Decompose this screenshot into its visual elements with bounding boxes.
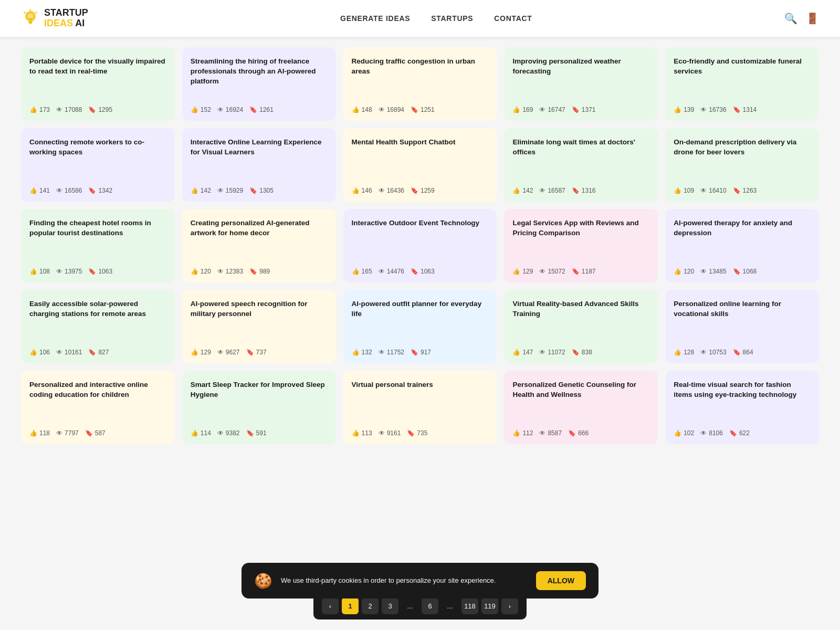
views-count: 16924 — [226, 106, 243, 113]
saves-stat: 🔖 1259 — [411, 187, 435, 194]
card-stats: 👍 139 👁 16736 🔖 1314 — [674, 106, 811, 113]
idea-card[interactable]: Eliminate long wait times at doctors' of… — [504, 128, 658, 202]
eye-icon: 👁 — [700, 106, 707, 113]
page-btn-‹[interactable]: ‹ — [322, 597, 339, 614]
card-title: Legal Services App with Reviews and Pric… — [512, 218, 649, 261]
views-stat: 👁 16410 — [700, 187, 726, 194]
idea-card[interactable]: Personalized online learning for vocatio… — [665, 290, 819, 363]
likes-stat: 👍 146 — [352, 187, 372, 194]
likes-stat: 👍 141 — [29, 187, 50, 194]
card-stats: 👍 165 👁 14476 🔖 1063 — [352, 268, 489, 275]
page-btn-3[interactable]: 3 — [382, 597, 398, 614]
saves-count: 591 — [256, 429, 267, 437]
card-stats: 👍 120 👁 13485 🔖 1068 — [674, 268, 811, 275]
thumbs-up-icon: 👍 — [29, 187, 37, 194]
eye-icon: 👁 — [217, 349, 224, 356]
card-stats: 👍 148 👁 16894 🔖 1251 — [352, 106, 489, 113]
idea-card[interactable]: Smart Sleep Tracker for Improved Sleep H… — [182, 371, 336, 444]
card-title: Interactive Online Learning Experience f… — [191, 138, 328, 181]
eye-icon: 👁 — [379, 349, 385, 356]
svg-point-6 — [28, 14, 33, 19]
idea-card[interactable]: Interactive Online Learning Experience f… — [182, 128, 336, 202]
eye-icon: 👁 — [379, 106, 385, 113]
views-stat: 👁 16586 — [56, 187, 82, 194]
saves-count: 1187 — [582, 268, 596, 275]
idea-card[interactable]: Reducing traffic congestion in urban are… — [343, 47, 497, 121]
views-count: 9627 — [226, 349, 240, 356]
cookie-icon: 🍪 — [254, 572, 272, 590]
idea-card[interactable]: Mental Health Support Chatbot 👍 146 👁 16… — [343, 128, 497, 202]
likes-stat: 👍 113 — [352, 429, 372, 437]
cookie-allow-button[interactable]: ALLOW — [536, 571, 586, 590]
likes-stat: 👍 109 — [674, 187, 694, 194]
idea-card[interactable]: Personalized and interactive online codi… — [21, 371, 175, 444]
card-title: Virtual personal trainers — [352, 380, 489, 423]
card-stats: 👍 102 👁 8106 🔖 622 — [674, 429, 811, 437]
saves-count: 1259 — [421, 187, 435, 194]
saves-count: 1251 — [421, 106, 435, 113]
idea-card[interactable]: Personalized Genetic Counseling for Heal… — [504, 371, 658, 444]
main-nav: GENERATE IDEAS STARTUPS CONTACT — [340, 14, 532, 23]
saves-stat: 🔖 737 — [246, 349, 267, 356]
eye-icon: 👁 — [217, 187, 224, 194]
likes-stat: 👍 169 — [512, 106, 533, 113]
saves-stat: 🔖 1261 — [249, 106, 274, 113]
idea-card[interactable]: Easily accessible solar-powered charging… — [21, 290, 175, 363]
idea-card[interactable]: Interactive Outdoor Event Technology 👍 1… — [343, 209, 497, 282]
likes-count: 152 — [201, 106, 211, 113]
idea-card[interactable]: Streamlining the hiring of freelance pro… — [182, 47, 336, 121]
idea-card[interactable]: Virtual Reality-based Advanced Skills Tr… — [504, 290, 658, 363]
card-stats: 👍 112 👁 8587 🔖 666 — [512, 429, 649, 437]
idea-card[interactable]: AI-powered therapy for anxiety and depre… — [665, 209, 819, 282]
bookmark-icon: 🔖 — [411, 187, 418, 194]
card-title: Creating personalized AI-generated artwo… — [191, 218, 328, 261]
page-btn-118[interactable]: 118 — [461, 597, 478, 614]
nav-generate[interactable]: GENERATE IDEAS — [340, 14, 410, 23]
idea-card[interactable]: Legal Services App with Reviews and Pric… — [504, 209, 658, 282]
thumbs-up-icon: 👍 — [191, 187, 198, 194]
thumbs-up-icon: 👍 — [191, 268, 198, 275]
views-count: 16587 — [548, 187, 565, 194]
likes-stat: 👍 132 — [352, 349, 372, 356]
views-stat: 👁 16436 — [379, 187, 404, 194]
logo[interactable]: STARTUP IDEAS AI — [21, 8, 88, 29]
card-title: Real-time visual search for fashion item… — [674, 380, 811, 423]
idea-card[interactable]: Finding the cheapest hotel rooms in popu… — [21, 209, 175, 282]
idea-card[interactable]: Connecting remote workers to co-working … — [21, 128, 175, 202]
bookmark-icon: 🔖 — [249, 268, 257, 275]
views-count: 7797 — [65, 429, 79, 437]
idea-card[interactable]: Creating personalized AI-generated artwo… — [182, 209, 336, 282]
eye-icon: 👁 — [56, 187, 62, 194]
main-content: Portable device for the visually impaire… — [0, 37, 840, 486]
saves-stat: 🔖 735 — [407, 429, 427, 437]
card-stats: 👍 141 👁 16586 🔖 1342 — [29, 187, 166, 194]
eye-icon: 👁 — [539, 187, 545, 194]
views-stat: 👁 16747 — [539, 106, 565, 113]
page-btn-1[interactable]: 1 — [342, 597, 359, 614]
idea-card[interactable]: AI-powered speech recognition for milita… — [182, 290, 336, 363]
eye-icon: 👁 — [700, 429, 707, 437]
card-title: Improving personalized weather forecasti… — [512, 57, 649, 100]
page-btn-2[interactable]: 2 — [362, 597, 379, 614]
search-button[interactable]: 🔍 — [784, 12, 797, 25]
idea-card[interactable]: Virtual personal trainers 👍 113 👁 9161 🔖… — [343, 371, 497, 444]
idea-card[interactable]: Improving personalized weather forecasti… — [504, 47, 658, 121]
nav-startups[interactable]: STARTUPS — [431, 14, 473, 23]
card-stats: 👍 114 👁 9382 🔖 591 — [191, 429, 328, 437]
views-stat: 👁 13485 — [700, 268, 726, 275]
idea-card[interactable]: On-demand prescription delivery via dron… — [665, 128, 819, 202]
page-btn-119[interactable]: 119 — [481, 597, 498, 614]
page-btn-6[interactable]: 6 — [422, 597, 438, 614]
site-header: STARTUP IDEAS AI GENERATE IDEAS STARTUPS… — [0, 0, 840, 37]
nav-contact[interactable]: CONTACT — [494, 14, 532, 23]
saves-count: 666 — [578, 429, 589, 437]
saves-stat: 🔖 1187 — [572, 268, 596, 275]
idea-card[interactable]: Real-time visual search for fashion item… — [665, 371, 819, 444]
idea-card[interactable]: Eco-friendly and customizable funeral se… — [665, 47, 819, 121]
page-btn-›[interactable]: › — [501, 597, 518, 614]
idea-card[interactable]: AI-powered outfit planner for everyday l… — [343, 290, 497, 363]
login-button[interactable]: 🚪 — [806, 12, 819, 25]
idea-card[interactable]: Portable device for the visually impaire… — [21, 47, 175, 121]
likes-count: 142 — [522, 187, 533, 194]
views-stat: 👁 15929 — [217, 187, 243, 194]
